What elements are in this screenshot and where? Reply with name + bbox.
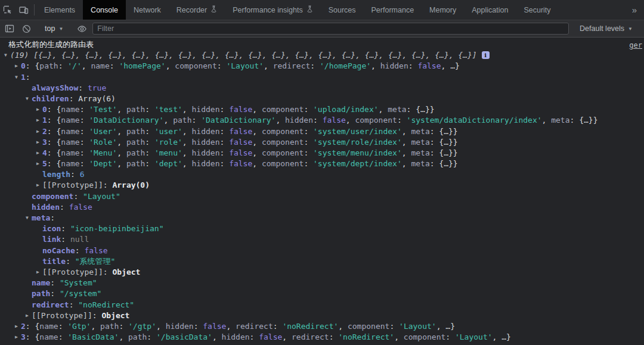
- punctuation: :: [219, 105, 229, 114]
- console-tree-row[interactable]: ▼meta:: [0, 213, 644, 223]
- string-value: 'system/user/index': [313, 127, 402, 136]
- property-key: component: [32, 192, 73, 201]
- console-sidebar-icon[interactable]: [3, 22, 16, 35]
- console-tree-row[interactable]: ▶0: {name: 'Test', path: 'test', hidden:…: [0, 104, 644, 115]
- punctuation: :: [26, 73, 30, 82]
- tab-performance[interactable]: Performance: [364, 0, 422, 20]
- console-tree-row: title: "系统管理": [0, 256, 644, 267]
- console-tree-row[interactable]: ▶1: {name: 'DataDictionary', path: 'Data…: [0, 115, 644, 126]
- punctuation: :: [329, 332, 339, 341]
- punctuation: ,: [379, 105, 388, 114]
- punctuation: :: [119, 322, 128, 331]
- collapse-arrow-icon[interactable]: ▼: [23, 94, 31, 104]
- punctuation: :: [58, 322, 68, 331]
- expand-arrow-icon[interactable]: ▶: [13, 61, 20, 72]
- device-toolbar-icon[interactable]: [18, 4, 30, 16]
- punctuation: ,: [371, 61, 380, 70]
- tab-memory[interactable]: Memory: [422, 0, 464, 20]
- string-value: 'Layout': [226, 61, 264, 70]
- expand-arrow-icon[interactable]: ▶: [23, 310, 31, 321]
- punctuation: ,: [212, 332, 222, 341]
- console-tree-row[interactable]: ▶5: {name: 'Dept', path: 'dept', hidden:…: [0, 158, 644, 169]
- punctuation: :: [80, 138, 89, 147]
- tab-network[interactable]: Network: [126, 0, 169, 20]
- console-tree-row[interactable]: ▶0: {path: '/', name: 'homePage', compon…: [0, 61, 644, 72]
- console-tree-row: name: "System": [0, 278, 644, 288]
- console-tree-row: redirect: "noRedirect": [0, 300, 644, 310]
- expand-arrow-icon[interactable]: ▶: [13, 321, 20, 332]
- collapse-arrow-icon[interactable]: ▼: [23, 213, 31, 223]
- console-tree-row[interactable]: ▼1:: [0, 72, 644, 83]
- string-value: 'Layout': [399, 322, 436, 331]
- punctuation: :: [304, 105, 313, 114]
- info-icon[interactable]: i: [482, 51, 490, 59]
- preview-property-key: meta: [551, 116, 569, 125]
- expand-arrow-icon[interactable]: ▶: [34, 180, 42, 191]
- javascript-context-selector[interactable]: top ▼: [40, 24, 68, 33]
- punctuation: Array(6): [78, 94, 116, 103]
- expand-arrow-icon[interactable]: ▶: [34, 148, 42, 158]
- console-tree-row[interactable]: ▼(19) [{…}, {…}, {…}, {…}, {…}, {…}, {…}…: [0, 50, 644, 61]
- punctuation: :: [145, 159, 154, 168]
- preview-property-key: name: [61, 105, 79, 114]
- punctuation: :: [408, 61, 418, 70]
- inspect-element-icon[interactable]: [1, 4, 13, 16]
- expand-arrow-icon[interactable]: ▶: [34, 115, 42, 126]
- clear-console-icon[interactable]: [20, 22, 33, 35]
- console-tree-row[interactable]: ▶4: {name: 'Menu', path: 'menu', hidden:…: [0, 148, 644, 158]
- preview-property-key: hidden: [222, 332, 250, 341]
- tab-application[interactable]: Application: [464, 0, 516, 20]
- live-expression-eye-icon[interactable]: [75, 22, 88, 35]
- console-tree-row[interactable]: ▶2: {name: 'User', path: 'user', hidden:…: [0, 126, 644, 137]
- collapse-arrow-icon[interactable]: ▼: [13, 72, 20, 83]
- expand-arrow-icon[interactable]: ▶: [13, 332, 20, 343]
- console-tree-row[interactable]: ▶[[Prototype]]: Array(0): [0, 180, 644, 191]
- console-tree-row[interactable]: ▶[[Prototype]]: Object: [0, 310, 644, 321]
- punctuation: ,: [182, 105, 192, 114]
- expand-arrow-icon[interactable]: ▶: [34, 158, 42, 169]
- console-tree-row[interactable]: ▶3: {name: 'BasicData', path: '/basicDat…: [0, 332, 644, 343]
- console-toolbar: top ▼ Default levels ▼: [0, 20, 644, 38]
- log-levels-selector[interactable]: Default levels ▼: [575, 24, 637, 33]
- tab-console[interactable]: Console: [83, 0, 126, 20]
- punctuation: , …}: [441, 61, 460, 70]
- expand-arrow-icon[interactable]: ▶: [34, 104, 42, 115]
- tab-performance-insights[interactable]: Performance insights: [225, 0, 320, 20]
- prototype-key: [[Prototype]]: [42, 268, 103, 276]
- punctuation: : {: [47, 105, 61, 114]
- punctuation: ,: [264, 61, 273, 70]
- console-tree-row[interactable]: ▶2: {name: 'Gtp', path: '/gtp', hidden: …: [0, 321, 644, 332]
- preview-property-key: redirect: [236, 322, 273, 331]
- string-value: 'user': [154, 127, 182, 136]
- more-tabs-icon[interactable]: »: [624, 0, 644, 20]
- collapse-arrow-icon[interactable]: ▼: [2, 50, 10, 61]
- console-tree-row[interactable]: ▶[[Prototype]]: Object: [0, 267, 644, 278]
- punctuation: :: [58, 332, 68, 341]
- string-value: '/homePage': [320, 61, 371, 70]
- punctuation: :: [304, 127, 313, 136]
- prototype-key: [[Prototype]]: [42, 181, 103, 189]
- property-key: name: [32, 278, 50, 287]
- punctuation: :: [310, 61, 320, 70]
- property-key: 1: [21, 73, 26, 82]
- expand-arrow-icon[interactable]: ▶: [34, 126, 42, 137]
- expand-arrow-icon[interactable]: ▶: [34, 137, 42, 148]
- tab-elements[interactable]: Elements: [36, 0, 83, 20]
- string-value: 'noRedirect': [338, 332, 394, 341]
- punctuation: :: [219, 159, 229, 168]
- number-value: 6: [80, 170, 85, 179]
- console-tree-row[interactable]: ▼children: Array(6): [0, 94, 644, 104]
- punctuation: :: [145, 105, 154, 114]
- tab-sources[interactable]: Sources: [321, 0, 364, 20]
- property-key: 2: [42, 127, 47, 136]
- preview-property-key: redirect: [273, 61, 311, 70]
- expand-arrow-icon[interactable]: ▶: [34, 267, 42, 278]
- console-tree-row[interactable]: ▶3: {name: 'Role', path: 'role', hidden:…: [0, 137, 644, 148]
- tab-security[interactable]: Security: [516, 0, 558, 20]
- filter-input[interactable]: [92, 23, 569, 35]
- preview-property-key: path: [100, 322, 119, 331]
- punctuation: ,: [117, 148, 126, 157]
- property-key: 3: [42, 138, 47, 147]
- punctuation: :: [73, 192, 83, 201]
- tab-recorder[interactable]: Recorder: [169, 0, 225, 20]
